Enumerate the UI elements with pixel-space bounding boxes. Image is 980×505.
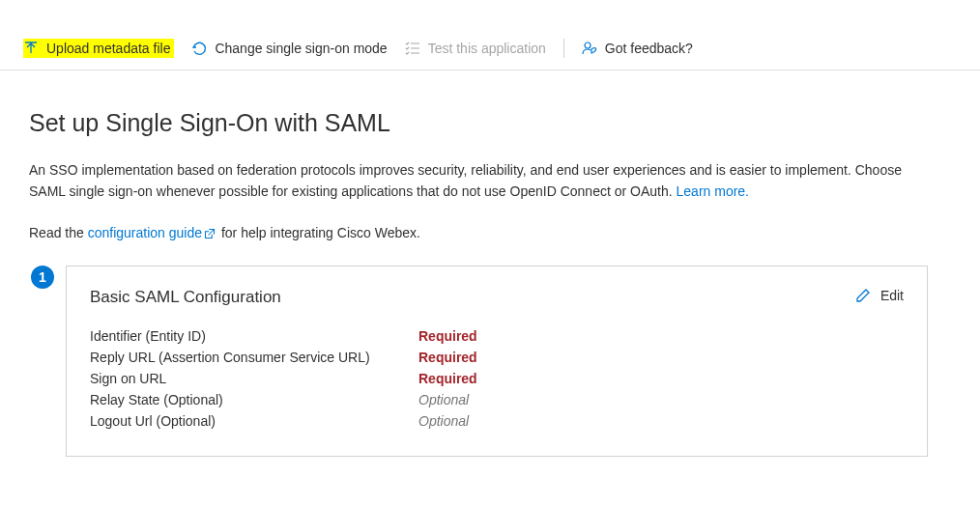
guide-suffix: for help integrating Cisco Webex.	[217, 225, 420, 240]
config-value: Required	[418, 328, 477, 344]
pencil-icon	[855, 288, 871, 303]
config-row: Reply URL (Assertion Consumer Service UR…	[90, 350, 904, 365]
toolbar-divider	[563, 39, 564, 58]
config-label: Sign on URL	[90, 371, 418, 386]
configuration-guide-line: Read the configuration guide for help in…	[29, 225, 928, 241]
upload-icon	[23, 41, 39, 56]
config-value: Required	[418, 350, 477, 365]
upload-metadata-button[interactable]: Upload metadata file	[23, 39, 174, 58]
guide-prefix: Read the	[29, 225, 88, 240]
edit-button[interactable]: Edit	[855, 288, 904, 303]
config-value: Required	[418, 371, 477, 386]
basic-saml-config-card: Basic SAML Configuration Edit Identifier…	[66, 266, 928, 457]
config-label: Identifier (Entity ID)	[90, 328, 418, 344]
checklist-icon	[405, 41, 420, 56]
configuration-guide-link[interactable]: configuration guide	[88, 225, 217, 240]
content: Set up Single Sign-On with SAML An SSO i…	[0, 70, 957, 457]
config-label: Logout Url (Optional)	[90, 413, 418, 429]
config-row: Identifier (Entity ID) Required	[90, 328, 904, 344]
toolbar: Upload metadata file Change single sign-…	[0, 29, 980, 70]
config-label: Reply URL (Assertion Consumer Service UR…	[90, 350, 418, 365]
config-row: Logout Url (Optional) Optional	[90, 413, 904, 429]
config-row: Sign on URL Required	[90, 371, 904, 386]
description-text: An SSO implementation based on federatio…	[29, 162, 902, 199]
undo-icon	[191, 41, 207, 56]
test-application-button[interactable]: Test this application	[405, 41, 546, 56]
step-badge-1: 1	[31, 266, 54, 289]
config-value: Optional	[418, 392, 469, 407]
feedback-icon	[582, 41, 597, 56]
card-title: Basic SAML Configuration	[90, 288, 281, 307]
feedback-label: Got feedback?	[605, 41, 693, 56]
card-header: Basic SAML Configuration Edit	[90, 288, 904, 307]
external-link-icon	[204, 227, 216, 242]
edit-label: Edit	[880, 288, 904, 303]
learn-more-link[interactable]: Learn more.	[677, 183, 749, 199]
svg-point-0	[585, 42, 591, 48]
description: An SSO implementation based on federatio…	[29, 160, 928, 202]
step-1: 1 Basic SAML Configuration Edit Identifi…	[29, 266, 928, 457]
feedback-button[interactable]: Got feedback?	[582, 41, 693, 56]
upload-metadata-label: Upload metadata file	[46, 41, 170, 56]
page-title: Set up Single Sign-On with SAML	[29, 109, 928, 137]
config-value: Optional	[418, 413, 469, 429]
config-row: Relay State (Optional) Optional	[90, 392, 904, 407]
test-application-label: Test this application	[428, 41, 546, 56]
config-label: Relay State (Optional)	[90, 392, 418, 407]
change-mode-button[interactable]: Change single sign-on mode	[191, 41, 387, 56]
change-mode-label: Change single sign-on mode	[215, 41, 387, 56]
